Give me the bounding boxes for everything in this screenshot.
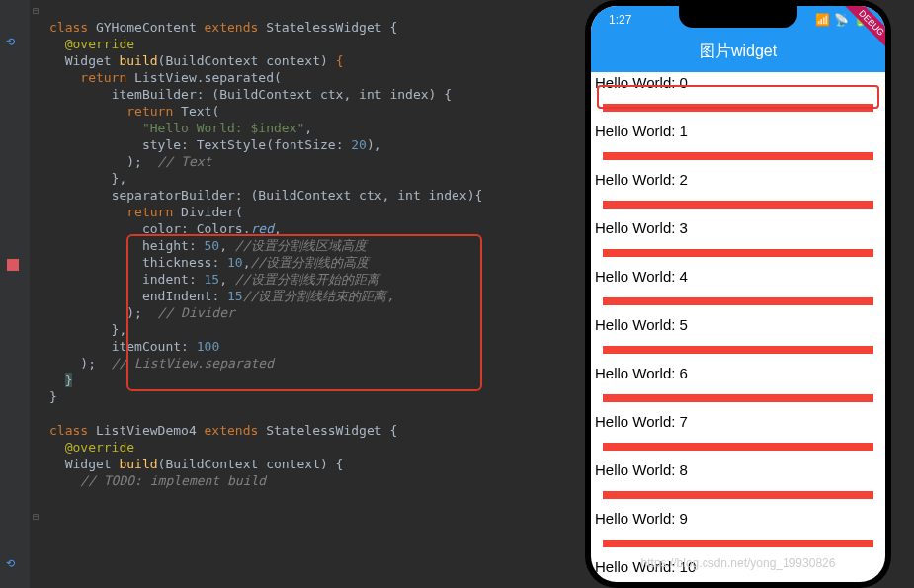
list-item[interactable]: Hello World: 4 — [591, 266, 885, 288]
comment: //设置分割线的高度 — [251, 255, 370, 270]
override-gutter-icon: ⟲ — [6, 36, 15, 48]
list-item[interactable]: Hello World: 3 — [591, 217, 885, 239]
class-name: ListViewDemo4 — [96, 423, 197, 438]
string-literal: "Hello World: $index" — [142, 121, 304, 135]
listview-call: ListView.separated — [134, 70, 274, 85]
list-item[interactable]: Hello World: 6 — [591, 363, 885, 384]
fold-column: ⊟ ⊟ — [30, 0, 49, 588]
color-red: red — [251, 221, 274, 236]
method-name: build — [119, 53, 157, 68]
param-name: context — [266, 53, 320, 68]
class-name: GYHomeContent — [96, 20, 197, 35]
comment: //设置分割线开始的距离 — [235, 272, 379, 287]
comment: // Text — [158, 154, 212, 169]
text-widget: Text — [181, 104, 211, 119]
comment: //设置分割线结束的距离, — [243, 289, 394, 303]
comment: // ListView.separated — [112, 356, 274, 371]
param-type: BuildContext — [165, 53, 258, 68]
app-bar: 图片widget — [591, 34, 885, 72]
signal-icon: 📶 — [815, 13, 830, 27]
divider — [591, 142, 885, 169]
editor-gutter: ⟲ ⟲ — [0, 0, 30, 588]
appbar-title: 图片widget — [700, 42, 777, 59]
breakpoint-marker[interactable] — [7, 259, 19, 271]
divider — [591, 433, 885, 460]
list-item[interactable]: Hello World: 9 — [591, 508, 885, 530]
superclass: StatelessWidget — [266, 20, 381, 35]
divider — [591, 239, 885, 266]
simulator-screen: 1:27 📶 📡 🔋 图片widget DEBUG Hello World: 0… — [591, 6, 885, 582]
fold-minus-icon[interactable]: ⊟ — [33, 2, 39, 19]
fold-minus-icon[interactable]: ⊟ — [33, 508, 39, 525]
divider — [591, 530, 885, 556]
divider-widget: Divider — [181, 205, 235, 219]
statusbar-time: 1:27 — [609, 13, 631, 27]
param-itemcount: itemCount — [112, 339, 181, 354]
comment: //设置分割线区域高度 — [235, 238, 367, 253]
divider — [591, 336, 885, 363]
return-type: Widget — [65, 53, 112, 68]
device-notch — [679, 6, 797, 28]
param-separator: separatorBuilder — [112, 188, 235, 203]
list-item[interactable]: Hello World: 1 — [591, 121, 885, 142]
number-literal: 20 — [351, 137, 367, 152]
status-bar: 1:27 📶 📡 🔋 — [591, 6, 885, 34]
keyword-class: class — [49, 20, 96, 35]
list-item[interactable]: Hello World: 5 — [591, 314, 885, 336]
divider — [591, 481, 885, 508]
number-literal: 100 — [197, 339, 219, 354]
annotation-override: @override — [65, 37, 134, 51]
comment: // Divider — [158, 305, 235, 320]
divider — [591, 578, 885, 579]
divider — [591, 384, 885, 411]
list-item[interactable]: Hello World: 8 — [591, 460, 885, 481]
divider — [591, 191, 885, 217]
watermark-text: https://blog.csdn.net/yong_19930826 — [641, 556, 836, 570]
todo-comment: // TODO: implement build — [80, 473, 266, 488]
param-itembuilder: itemBuilder — [112, 87, 197, 102]
list-item[interactable]: Hello World: 7 — [591, 411, 885, 433]
override-gutter-icon: ⟲ — [6, 557, 15, 570]
keyword-return: return — [80, 70, 126, 85]
highlight-box — [597, 85, 879, 109]
annotation-override: @override — [65, 440, 134, 455]
list-view[interactable]: Hello World: 0Hello World: 1Hello World:… — [591, 72, 885, 579]
list-item[interactable]: Hello World: 2 — [591, 169, 885, 191]
simulator-frame: 1:27 📶 📡 🔋 图片widget DEBUG Hello World: 0… — [585, 0, 891, 588]
wifi-icon: 📡 — [834, 13, 849, 27]
divider — [591, 288, 885, 314]
